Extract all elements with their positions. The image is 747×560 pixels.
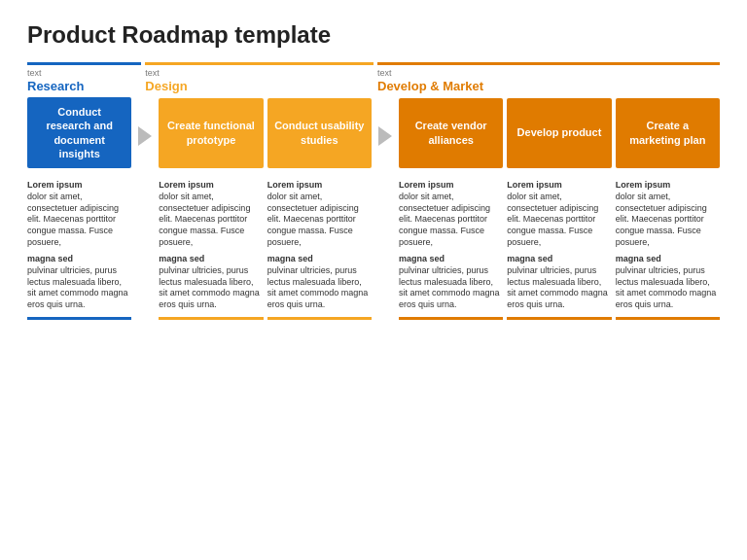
text-1-col-5: Lorem ipsum dolor sit amet, consectetuer…	[507, 180, 611, 248]
text-2-col-5: magna sed pulvinar ultricies, purus lect…	[507, 254, 611, 310]
phase-research-label-small: text	[27, 68, 141, 78]
bottom-spacer-2	[375, 317, 395, 320]
card-develop-2: Develop product	[507, 98, 611, 168]
phase-develop-label-small: text	[377, 68, 720, 78]
text-1-col-6: Lorem ipsum dolor sit amet, consectetuer…	[616, 180, 720, 248]
arrow-2	[375, 126, 395, 146]
card-cell-3: Conduct usability studies	[267, 98, 372, 174]
bottom-bar-col-1	[27, 317, 131, 320]
card-cell-6: Create a marketing plan	[616, 98, 720, 174]
card-cell-2: Create functional prototype	[159, 98, 263, 174]
phase-design-label: Design	[145, 79, 374, 93]
phase-research-header: text Research	[27, 62, 141, 93]
spacer-3	[135, 254, 155, 310]
phase-develop-label: Develop & Market	[377, 79, 720, 93]
text-1-col-2: Lorem ipsum dolor sit amet, consectetuer…	[159, 180, 263, 248]
phase-research-label: Research	[27, 79, 141, 93]
card-research: Conduct research and document insights	[27, 97, 131, 168]
text-2-col-3: magna sed pulvinar ultricies, purus lect…	[267, 254, 372, 310]
spacer-2	[375, 180, 395, 248]
roadmap: text Research text Design text Develop &…	[27, 62, 720, 320]
arrow-1	[135, 126, 155, 146]
phase-develop-header: text Develop & Market	[377, 62, 720, 93]
spacer-1	[135, 180, 155, 248]
cards-row: Conduct research and document insights C…	[27, 97, 720, 174]
bottom-bar-col-3	[267, 317, 372, 320]
bottom-bars-row	[27, 317, 720, 320]
card-develop-3: Create a marketing plan	[616, 98, 720, 168]
text-2-col-1: magna sed pulvinar ultricies, purus lect…	[27, 254, 131, 310]
bottom-spacer-1	[135, 317, 155, 320]
text-row-1: Lorem ipsum dolor sit amet, consectetuer…	[27, 180, 720, 248]
text-1-col-4: Lorem ipsum dolor sit amet, consectetuer…	[399, 180, 503, 248]
phase-design-label-small: text	[145, 68, 374, 78]
card-cell-5: Develop product	[507, 98, 611, 174]
phase-headers-row: text Research text Design text Develop &…	[27, 62, 720, 93]
arrow-icon-1	[138, 126, 152, 146]
card-cell-4: Create vendor alliances	[399, 98, 503, 174]
bar-develop	[377, 62, 720, 65]
spacer-4	[375, 254, 395, 310]
text-2-col-6: magna sed pulvinar ultricies, purus lect…	[616, 254, 720, 310]
page-title: Product Roadmap template	[27, 21, 720, 49]
card-design-2: Conduct usability studies	[267, 98, 372, 168]
text-1-col-3: Lorem ipsum dolor sit amet, consectetuer…	[267, 180, 372, 248]
bar-research	[27, 62, 141, 65]
bar-design	[145, 62, 374, 65]
arrow-icon-2	[378, 126, 392, 146]
card-design-1: Create functional prototype	[159, 98, 263, 168]
bottom-bar-col-4	[399, 317, 503, 320]
bottom-bar-col-5	[507, 317, 611, 320]
card-develop-1: Create vendor alliances	[399, 98, 503, 168]
bottom-bar-col-6	[616, 317, 720, 320]
text-2-col-2: magna sed pulvinar ultricies, purus lect…	[159, 254, 263, 310]
text-row-2: magna sed pulvinar ultricies, purus lect…	[27, 254, 720, 310]
phase-design-header: text Design	[145, 62, 374, 93]
card-cell-1: Conduct research and document insights	[27, 97, 131, 174]
bottom-bar-col-2	[159, 317, 263, 320]
text-2-col-4: magna sed pulvinar ultricies, purus lect…	[399, 254, 503, 310]
page: Product Roadmap template text Research t…	[0, 0, 747, 560]
text-1-col-1: Lorem ipsum dolor sit amet, consectetuer…	[27, 180, 131, 248]
